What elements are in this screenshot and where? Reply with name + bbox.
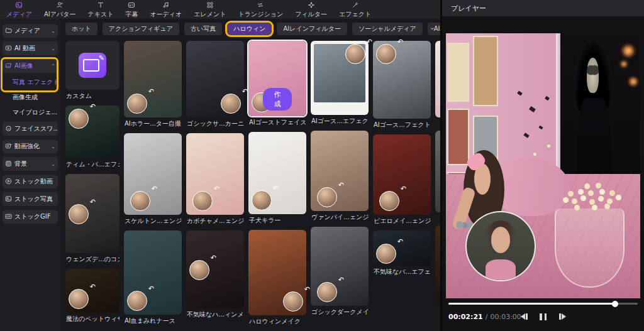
effect-tile[interactable]: ↶作成 bbox=[248, 41, 306, 116]
tile-label: AIゴーストフェイス bbox=[249, 118, 306, 127]
sidebar-item[interactable]: フェイススワ...⌄ bbox=[3, 122, 58, 136]
previous-frame-button[interactable] bbox=[521, 313, 528, 320]
partial-tile[interactable] bbox=[435, 41, 440, 117]
tile-label: ピエロメイ...ェンジャー bbox=[374, 217, 431, 225]
tab-text[interactable]: テキスト bbox=[87, 1, 113, 18]
effect-tile[interactable]: ↶ bbox=[65, 174, 119, 253]
effect-tile[interactable]: ↶ bbox=[373, 41, 431, 119]
partial-tile[interactable] bbox=[435, 225, 440, 303]
movie-poster bbox=[473, 36, 499, 107]
effect-tile[interactable]: ↶ bbox=[124, 41, 182, 117]
tile-label: 不気味なバ...エフェクト bbox=[374, 268, 431, 276]
category-chip[interactable]: ソーシャルメディア bbox=[352, 23, 423, 35]
progress-knob[interactable] bbox=[612, 301, 618, 307]
playback-controls bbox=[521, 313, 566, 320]
effect-tile[interactable]: ↶ bbox=[186, 231, 244, 308]
effect-tile[interactable]: ↶ bbox=[124, 133, 182, 215]
sidebar-item[interactable]: メディア⌄ bbox=[3, 24, 58, 38]
avatar-icon bbox=[56, 1, 64, 10]
face-avatar: ↶ bbox=[221, 94, 241, 114]
effect-tile[interactable]: ↶ bbox=[65, 269, 119, 313]
playback-progress-bar[interactable] bbox=[448, 303, 638, 305]
tile-label: AIゴース...フェクト2 bbox=[374, 121, 431, 129]
sidebar-item[interactable]: AI 動画⌄ bbox=[3, 41, 58, 55]
tab-label: オーディオ bbox=[150, 11, 182, 18]
category-chip[interactable]: 古い写真 bbox=[184, 23, 222, 35]
tab-label: 字幕 bbox=[125, 11, 138, 18]
sidebar-item-label: 画像生成 bbox=[13, 93, 38, 102]
face-avatar: ↶ bbox=[69, 289, 89, 309]
time-separator: / bbox=[486, 313, 488, 321]
sidebar-item[interactable]: 背景⌄ bbox=[3, 157, 58, 171]
category-chip[interactable]: ホット bbox=[65, 23, 97, 35]
sidebar-item-label: ストックGIF bbox=[14, 212, 50, 221]
partial-tile[interactable] bbox=[435, 131, 440, 212]
sidebar-item[interactable]: ストック動画 bbox=[3, 175, 58, 188]
effect-tile[interactable]: ↶ bbox=[186, 133, 244, 215]
effect-tile[interactable]: ↶ bbox=[65, 106, 119, 158]
text-icon bbox=[97, 1, 104, 10]
tab-transition[interactable]: トランジション bbox=[238, 1, 283, 18]
sidebar-item[interactable]: 写真 エフェクト bbox=[3, 77, 58, 88]
tab-avatar[interactable]: AIアバター bbox=[44, 1, 76, 18]
inset-face bbox=[491, 227, 510, 252]
effect-tile[interactable]: ↶ bbox=[311, 131, 369, 211]
string-light bbox=[620, 60, 628, 68]
grid-column: ↶AIゴース...フェクト2↶ピエロメイ...ェンジャー↶不気味なバ...エフェ… bbox=[373, 41, 431, 331]
next-frame-button[interactable] bbox=[559, 313, 566, 320]
custom-tile[interactable] bbox=[65, 41, 119, 90]
media-icon bbox=[15, 1, 23, 10]
tab-effect[interactable]: エフェクト bbox=[339, 1, 371, 18]
tab-media[interactable]: メディア bbox=[6, 1, 32, 18]
current-time: 00:02:21 bbox=[448, 313, 483, 321]
swap-arrow-icon: ↶ bbox=[90, 198, 96, 206]
category-chip[interactable]: ハロウィン bbox=[227, 23, 272, 35]
grid-column: ↶AIホラー...ター自撮り↶スケルトン...ェンジャー↶AI血まみれナース bbox=[124, 41, 182, 331]
ai-image-icon bbox=[5, 62, 12, 70]
effect-tile[interactable]: ↶ bbox=[373, 134, 431, 215]
tab-label: テキスト bbox=[87, 11, 113, 18]
sidebar-item-label: AI 動画 bbox=[14, 44, 35, 53]
element-icon bbox=[206, 1, 214, 10]
sidebar-item[interactable]: ストックGIF bbox=[3, 210, 58, 224]
effect-tile[interactable]: ↶ bbox=[124, 231, 182, 315]
tab-filter[interactable]: フィルター bbox=[295, 1, 327, 18]
total-time: 00:03:00 bbox=[490, 313, 521, 321]
category-chip[interactable]: AIレインフィルター bbox=[277, 23, 347, 35]
sidebar-item[interactable]: 画像生成 bbox=[3, 92, 58, 103]
pause-button[interactable] bbox=[539, 313, 548, 320]
sidebar-item-label: メディア bbox=[14, 26, 40, 35]
create-button[interactable]: 作成 bbox=[263, 88, 292, 111]
stock-photo-icon bbox=[5, 195, 12, 203]
tab-element[interactable]: エレメント bbox=[194, 1, 226, 18]
sidebar-item[interactable]: マイプロジェ... bbox=[3, 107, 58, 118]
chevron-down-icon[interactable]: ⌄ bbox=[430, 23, 435, 31]
tab-label: フィルター bbox=[295, 11, 327, 18]
chevron-down-icon: ⌄ bbox=[51, 46, 55, 52]
effect-tile[interactable]: ↶ bbox=[311, 41, 369, 115]
tab-audio[interactable]: オーディオ bbox=[150, 1, 182, 18]
sidebar-item[interactable]: AI画像⌃ bbox=[3, 59, 58, 73]
popcorn bbox=[563, 197, 569, 203]
chevron-up-icon: ⌃ bbox=[51, 63, 55, 69]
tile-label: ウェンズデ...のコスプレ bbox=[66, 255, 119, 264]
video-canvas[interactable] bbox=[446, 33, 640, 298]
effect-tile[interactable]: ↶ bbox=[248, 230, 306, 315]
sidebar-item[interactable]: ストック写真 bbox=[3, 192, 58, 206]
tab-label: エレメント bbox=[194, 11, 226, 18]
effect-tile[interactable]: ↶ bbox=[186, 41, 244, 117]
category-chip[interactable]: アクションフィギュア bbox=[103, 23, 179, 35]
face-avatar: ↶ bbox=[345, 44, 365, 64]
effects-panel: ホットアクションフィギュア古い写真ハロウィンAIレインフィルターソーシャルメディ… bbox=[60, 19, 440, 331]
effect-tile[interactable]: ↶ bbox=[373, 231, 431, 266]
chevron-down-icon: ⌄ bbox=[51, 144, 55, 149]
effect-tile[interactable]: ↶ bbox=[311, 227, 369, 306]
effect-tile[interactable]: ↶ bbox=[248, 132, 306, 214]
sidebar-item[interactable]: 動画強化⌄ bbox=[3, 139, 58, 153]
audio-icon bbox=[162, 1, 170, 10]
partial-grid-column bbox=[435, 41, 440, 331]
swap-arrow-icon: ↶ bbox=[90, 102, 96, 111]
tab-subtitle[interactable]: 字幕 bbox=[125, 1, 138, 18]
effect-icon bbox=[352, 1, 359, 10]
swap-arrow-icon: ↶ bbox=[367, 38, 372, 46]
